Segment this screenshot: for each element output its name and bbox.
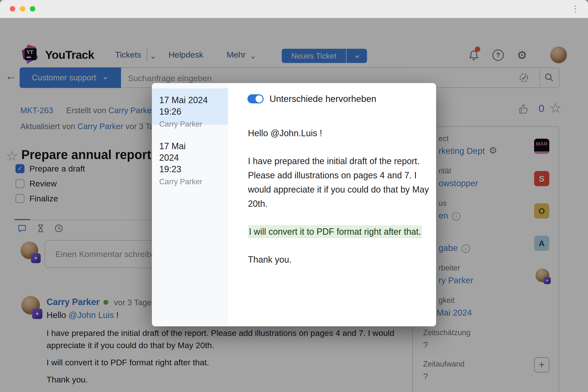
browser-menu-icon[interactable]: ⋮ [571, 4, 580, 14]
version-closing: Thank you. [248, 252, 436, 267]
zoom-window-button[interactable] [30, 6, 35, 12]
minimize-window-button[interactable] [20, 6, 25, 12]
highlight-diff-toggle[interactable] [248, 94, 264, 104]
comment-history-dialog: 17 Mai 2024 19:26 Carry Parker 17 Mai 20… [152, 83, 436, 326]
version-content: Hello @John.Luis ! I have prepared the i… [248, 126, 436, 280]
close-window-button[interactable] [10, 6, 15, 12]
version-list: 17 Mai 2024 19:26 Carry Parker 17 Mai 20… [152, 83, 228, 326]
version-paragraph: I have prepared the initial draft of the… [248, 154, 436, 211]
toggle-knob [256, 95, 263, 102]
toggle-label: Unterschiede hervorheben [270, 94, 376, 104]
app-window: ⋮ YT YouTrack Tickets Helpdesk Mehr [0, 0, 588, 392]
version-greeting: Hello @John.Luis ! [248, 126, 436, 140]
version-item-selected[interactable]: 17 Mai 2024 19:26 Carry Parker [152, 88, 228, 125]
version-highlight-added: I will convert it to PDF format right af… [248, 225, 436, 239]
title-bar: ⋮ [0, 0, 588, 18]
version-item[interactable]: 17 Mai 2024 19:23 Carry Parker [152, 134, 228, 188]
